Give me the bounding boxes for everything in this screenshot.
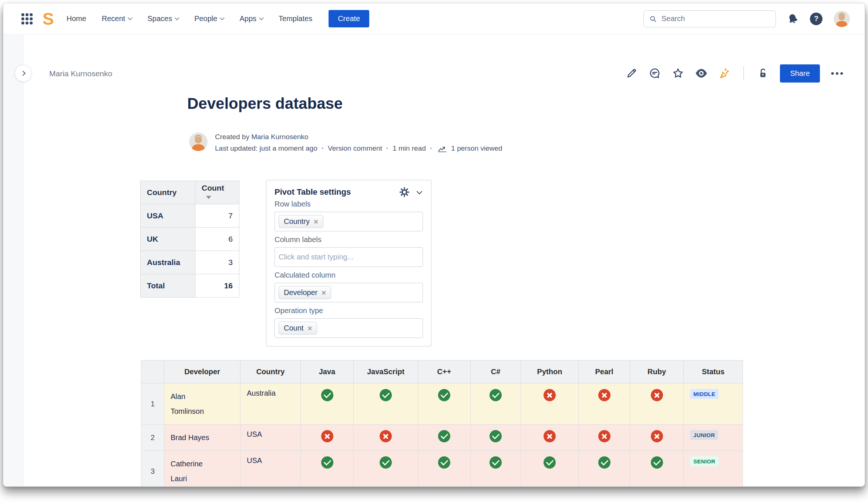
- watching-eye-icon[interactable]: [695, 67, 707, 80]
- skill-icon: [380, 456, 392, 469]
- breadcrumb[interactable]: Maria Kurnosenko: [49, 69, 112, 78]
- page-actions-toolbar: Share •••: [625, 62, 845, 85]
- read-time: 1 min read: [393, 144, 426, 152]
- skill-icon: [380, 430, 392, 442]
- column-labels-field[interactable]: [275, 247, 423, 267]
- more-actions-icon[interactable]: •••: [831, 68, 845, 78]
- author-avatar[interactable]: [189, 133, 208, 151]
- header-developer: Developer: [164, 361, 240, 383]
- header-csharp: C#: [471, 361, 521, 383]
- sort-desc-icon[interactable]: [206, 196, 211, 199]
- header-ruby: Ruby: [630, 361, 684, 383]
- chip-count[interactable]: Count ×: [279, 322, 317, 335]
- search-box[interactable]: [643, 10, 776, 27]
- nav-item-apps[interactable]: Apps: [239, 14, 263, 23]
- help-icon[interactable]: ?: [810, 13, 822, 25]
- pivot-settings-panel: Pivot Table settings Row labels Country …: [266, 180, 431, 346]
- skill-icon: [321, 389, 333, 401]
- pivot-header-country: Country: [141, 181, 195, 204]
- version-comment[interactable]: Version comment: [328, 144, 382, 152]
- developers-table: Developer Country Java JavaScript C++ C#…: [141, 360, 743, 487]
- nav-item-recent[interactable]: Recent: [102, 14, 132, 23]
- nav-item-templates[interactable]: Templates: [279, 14, 312, 23]
- create-button[interactable]: Create: [329, 10, 369, 27]
- header-rownum: [141, 361, 164, 383]
- skill-icon: [598, 456, 610, 469]
- pivot-header-count: Count: [195, 181, 239, 204]
- chip-developer[interactable]: Developer ×: [279, 286, 331, 299]
- dot-separator: [430, 144, 432, 152]
- chevron-right-icon: [20, 71, 25, 76]
- gear-icon[interactable]: [399, 187, 410, 198]
- row-labels-field[interactable]: Country ×: [275, 212, 423, 231]
- share-button[interactable]: Share: [780, 64, 820, 83]
- pivot-header-row: Country Count: [141, 181, 239, 204]
- page-title: Developers database: [187, 95, 343, 113]
- column-labels-input[interactable]: [279, 253, 419, 261]
- skill-icon: [438, 389, 450, 401]
- table-row: 2 Brad Hayes USA JUNIOR: [141, 425, 743, 451]
- pivot-total-row: Total 16: [141, 274, 239, 298]
- nav-item-home[interactable]: Home: [67, 14, 86, 23]
- skill-icon: [321, 456, 333, 469]
- favorite-star-icon[interactable]: [672, 67, 684, 80]
- header-cpp: C++: [418, 361, 471, 383]
- app-window: S Home Recent Spaces People Apps Templat…: [3, 3, 865, 487]
- table-header-row: Developer Country Java JavaScript C++ C#…: [141, 361, 743, 383]
- skill-icon: [544, 456, 556, 469]
- chevron-down-icon: [259, 16, 264, 20]
- status-badge: SENIOR: [690, 456, 719, 466]
- byline: Created by Maria Kurnosenko Last updated…: [215, 133, 502, 152]
- created-by: Created by Maria Kurnosenko: [215, 133, 502, 141]
- header-java: Java: [301, 361, 354, 383]
- chip-country[interactable]: Country ×: [279, 215, 323, 228]
- edit-pencil-icon[interactable]: [625, 67, 637, 80]
- analytics-icon: [438, 145, 447, 152]
- developer-country: USA: [240, 425, 301, 451]
- remove-chip-icon[interactable]: ×: [322, 289, 326, 296]
- skill-icon: [598, 389, 610, 401]
- nav-item-spaces[interactable]: Spaces: [147, 14, 179, 23]
- last-updated[interactable]: Last updated: just a moment ago: [215, 144, 317, 152]
- people-viewed[interactable]: 1 person viewed: [451, 144, 502, 152]
- skill-icon: [321, 430, 333, 442]
- user-avatar[interactable]: [834, 11, 850, 27]
- app-switcher-icon[interactable]: [20, 12, 34, 26]
- sidebar-expand-button[interactable]: [15, 65, 32, 82]
- header-javascript: JavaScript: [354, 361, 418, 383]
- chevron-down-icon: [128, 16, 133, 20]
- pivot-row: USA 7: [141, 204, 239, 228]
- skill-icon: [438, 430, 450, 442]
- notifications-bell-icon[interactable]: [787, 13, 799, 25]
- pivot-row: Australia 3: [141, 251, 239, 274]
- top-navbar: S Home Recent Spaces People Apps Templat…: [3, 3, 865, 34]
- operation-type-field[interactable]: Count ×: [275, 318, 423, 338]
- remove-chip-icon[interactable]: ×: [314, 218, 318, 225]
- skill-icon: [438, 456, 450, 469]
- pivot-settings-title: Pivot Table settings: [275, 187, 351, 197]
- unlocked-icon[interactable]: [757, 67, 769, 80]
- developer-country: USA: [240, 451, 301, 487]
- comment-icon[interactable]: [649, 67, 661, 80]
- table-row: 3 Catherine Lauri USA SENIOR: [141, 451, 743, 487]
- chevron-down-icon: [175, 16, 179, 20]
- table-row: 1 Alan Tomlinson Australia MIDDLE: [141, 383, 743, 425]
- skill-icon: [489, 389, 502, 401]
- nav-menu: Home Recent Spaces People Apps Templates: [67, 14, 312, 23]
- chevron-down-icon[interactable]: [417, 188, 423, 194]
- celebration-party-icon[interactable]: [719, 67, 731, 80]
- remove-chip-icon[interactable]: ×: [307, 325, 312, 332]
- navbar-right: ?: [643, 10, 850, 27]
- developer-name: Catherine Lauri: [171, 456, 213, 486]
- brand-logo[interactable]: S: [43, 10, 54, 27]
- search-input[interactable]: [662, 14, 770, 23]
- skill-icon: [489, 456, 502, 469]
- calculated-column-label: Calculated column: [275, 271, 423, 279]
- skill-icon: [489, 430, 502, 442]
- calculated-column-field[interactable]: Developer ×: [275, 283, 423, 302]
- pivot-summary-table: Country Count USA 7 UK 6 Australia 3 Tot…: [140, 181, 239, 298]
- column-labels-label: Column labels: [275, 235, 423, 244]
- nav-item-people[interactable]: People: [194, 14, 224, 23]
- skill-icon: [380, 389, 392, 401]
- collapsed-sidebar: [3, 35, 23, 486]
